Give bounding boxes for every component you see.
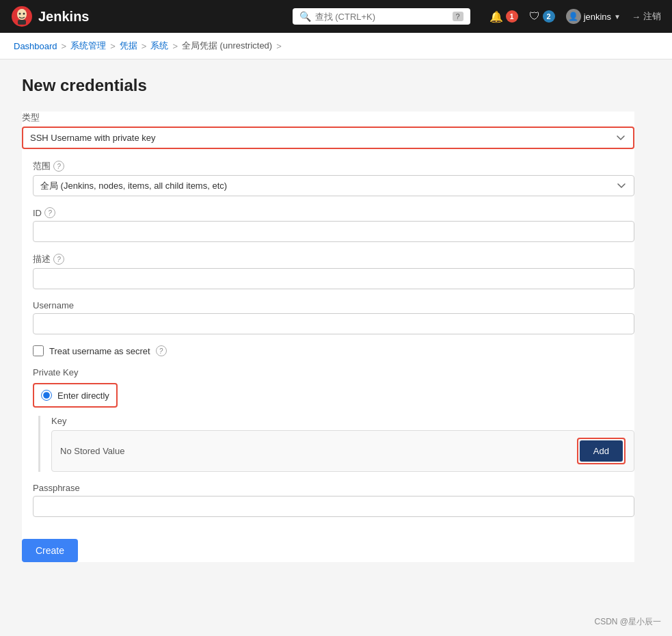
footer: CSDN @星小辰一	[594, 616, 661, 628]
id-group: ID ?	[22, 207, 634, 242]
type-group: 类型 SSH Username with private key Usernam…	[22, 111, 634, 149]
bell-icon: 🔔	[489, 10, 503, 23]
desc-input[interactable]	[33, 268, 634, 289]
breadcrumb-dashboard[interactable]: Dashboard	[14, 41, 57, 51]
breadcrumb-system[interactable]: 系统	[150, 40, 168, 52]
desc-help-icon[interactable]: ?	[53, 254, 64, 265]
type-select[interactable]: SSH Username with private key Username w…	[22, 127, 634, 149]
page-content: New credentials 类型 SSH Username with pri…	[0, 59, 656, 579]
scope-label: 范围 ?	[33, 160, 634, 172]
user-avatar: 👤	[566, 9, 581, 24]
breadcrumb-sep-5: >	[276, 41, 282, 51]
logout-button[interactable]: → 注销	[632, 10, 661, 23]
notifications-button[interactable]: 🔔 1	[489, 10, 518, 23]
type-select-wrapper: SSH Username with private key Username w…	[22, 127, 634, 149]
username-label: Username	[33, 300, 634, 310]
breadcrumb: Dashboard > 系统管理 > 凭据 > 系统 > 全局凭据 (unres…	[0, 33, 672, 59]
breadcrumb-manage[interactable]: 系统管理	[70, 40, 106, 52]
id-help-icon[interactable]: ?	[44, 207, 55, 218]
type-label: 类型	[22, 111, 634, 124]
enter-directly-radio[interactable]	[41, 390, 52, 401]
username-label: jenkins	[584, 12, 611, 22]
treat-username-label[interactable]: Treat username as secret	[49, 346, 150, 356]
breadcrumb-sep-3: >	[142, 41, 147, 51]
shield-icon: 🛡	[529, 10, 540, 23]
svg-point-2	[19, 13, 21, 15]
key-subsection: Key No Stored Value Add	[38, 416, 634, 472]
add-button-wrapper: Add	[577, 438, 626, 464]
key-label: Key	[51, 416, 634, 426]
breadcrumb-sep-1: >	[62, 41, 67, 51]
header-right: 🔔 1 🛡 2 👤 jenkins ▼ → 注销	[489, 9, 661, 24]
jenkins-logo-icon	[11, 5, 33, 27]
scope-help-icon[interactable]: ?	[53, 161, 64, 172]
security-button[interactable]: 🛡 2	[529, 10, 555, 23]
username-group: Username	[22, 300, 634, 334]
treat-help-icon[interactable]: ?	[156, 345, 167, 356]
chevron-down-icon: ▼	[614, 13, 621, 21]
treat-username-checkbox[interactable]	[33, 345, 44, 356]
private-key-label: Private Key	[33, 367, 634, 377]
passphrase-group: Passphrase	[22, 483, 634, 517]
scope-group: 范围 ? 全局 (Jenkins, nodes, items, all chil…	[22, 160, 634, 196]
search-input[interactable]	[315, 12, 448, 22]
breadcrumb-sep-4: >	[172, 41, 178, 51]
breadcrumb-sep-2: >	[110, 41, 116, 51]
scope-select[interactable]: 全局 (Jenkins, nodes, items, all child ite…	[33, 175, 634, 196]
treat-username-group: Treat username as secret ?	[22, 345, 634, 356]
footer-text: CSDN @星小辰一	[594, 617, 661, 626]
header: Jenkins 🔍 ? 🔔 1 🛡 2 👤 jenkins ▼ → 注销	[0, 0, 672, 33]
app-title: Jenkins	[38, 9, 89, 25]
logout-icon: →	[632, 12, 641, 22]
credentials-form: 类型 SSH Username with private key Usernam…	[22, 111, 634, 562]
private-key-section: Private Key Enter directly Key No Stored…	[22, 367, 634, 472]
breadcrumb-credentials[interactable]: 凭据	[120, 40, 137, 52]
create-button[interactable]: Create	[22, 539, 78, 562]
notification-badge: 1	[506, 10, 518, 23]
search-icon: 🔍	[299, 11, 311, 22]
breadcrumb-global: 全局凭据 (unrestricted)	[182, 40, 272, 52]
desc-label: 描述 ?	[33, 253, 634, 265]
add-button[interactable]: Add	[580, 440, 623, 462]
enter-directly-option[interactable]: Enter directly	[33, 383, 118, 408]
key-value-row: No Stored Value Add	[51, 430, 634, 472]
key-no-stored-text: No Stored Value	[60, 446, 569, 456]
desc-group: 描述 ?	[22, 253, 634, 289]
username-input[interactable]	[33, 313, 634, 334]
form-actions: Create	[22, 528, 634, 562]
id-input[interactable]	[33, 221, 634, 242]
search-help-icon: ?	[453, 12, 463, 21]
logout-label: 注销	[643, 10, 661, 23]
search-bar[interactable]: 🔍 ?	[293, 8, 470, 25]
id-label: ID ?	[33, 207, 634, 218]
user-menu-button[interactable]: 👤 jenkins ▼	[566, 9, 621, 24]
security-badge: 2	[543, 10, 555, 23]
header-logo: Jenkins	[11, 5, 89, 27]
enter-directly-label: Enter directly	[57, 390, 109, 401]
passphrase-input[interactable]	[33, 496, 634, 517]
main-content: New credentials 类型 SSH Username with pri…	[0, 59, 672, 635]
svg-rect-4	[18, 20, 26, 25]
passphrase-label: Passphrase	[33, 483, 634, 493]
svg-point-3	[23, 13, 25, 15]
page-title: New credentials	[22, 76, 634, 95]
